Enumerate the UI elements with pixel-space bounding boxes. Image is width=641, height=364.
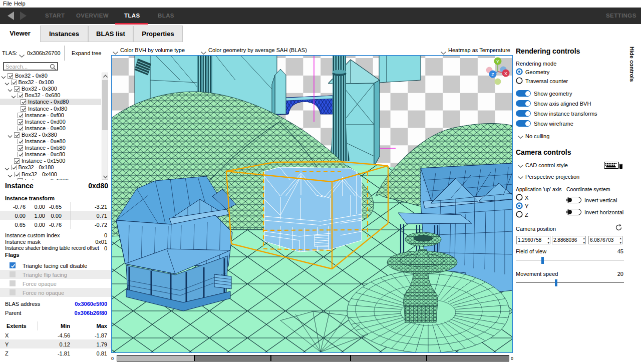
svg-text:Y: Y: [496, 59, 499, 64]
svg-text:Z: Z: [491, 72, 494, 77]
svg-text:X: X: [504, 71, 507, 76]
